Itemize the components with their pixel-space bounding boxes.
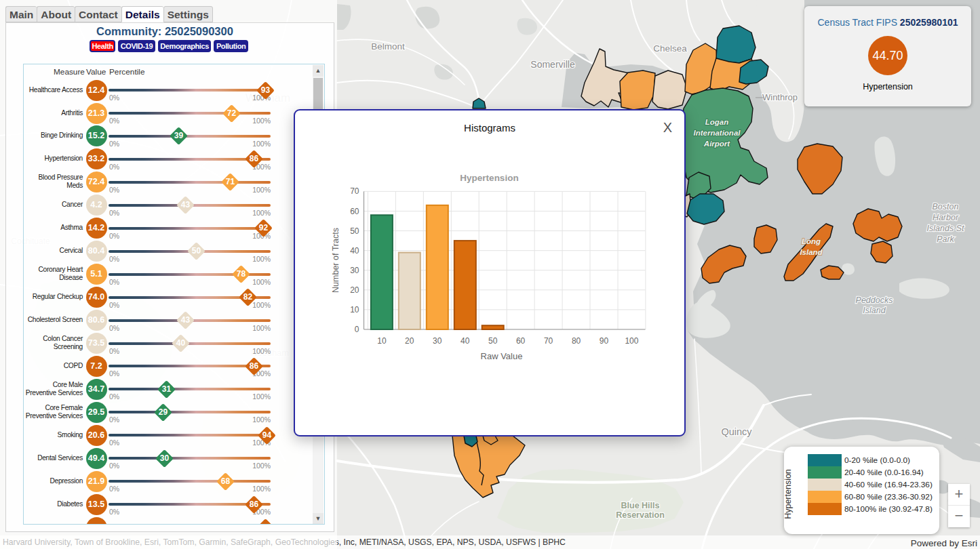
svg-text:Airport: Airport [703, 140, 731, 148]
svg-text:20: 20 [405, 336, 414, 346]
svg-text:40: 40 [460, 336, 470, 346]
svg-text:40: 40 [350, 246, 359, 256]
svg-text:Island: Island [800, 248, 823, 256]
svg-text:Somerville: Somerville [530, 59, 575, 70]
svg-text:90: 90 [600, 336, 609, 346]
svg-text:80: 80 [572, 336, 581, 346]
svg-text:60: 60 [516, 336, 526, 346]
svg-text:30: 30 [350, 266, 359, 275]
svg-text:Peddocks: Peddocks [856, 296, 893, 305]
svg-text:30: 30 [433, 336, 442, 346]
svg-text:Number of Tracts: Number of Tracts [331, 228, 340, 293]
svg-text:10: 10 [350, 305, 359, 314]
svg-text:Belmont: Belmont [371, 41, 405, 52]
svg-text:50: 50 [350, 226, 359, 236]
svg-text:Park: Park [937, 235, 954, 244]
svg-text:Blue Hills: Blue Hills [621, 501, 660, 510]
svg-text:Harbor: Harbor [933, 213, 959, 222]
svg-text:Hypertension: Hypertension [460, 173, 518, 183]
svg-text:Reservation: Reservation [616, 510, 665, 520]
svg-text:70: 70 [544, 336, 553, 346]
svg-text:Island: Island [863, 306, 886, 315]
svg-text:20: 20 [350, 285, 359, 295]
svg-text:Logan: Logan [705, 118, 729, 126]
svg-text:Quincy: Quincy [721, 426, 752, 437]
svg-text:Islands St: Islands St [927, 224, 964, 233]
svg-text:70: 70 [350, 186, 359, 196]
svg-text:Winthrop: Winthrop [762, 92, 798, 102]
svg-text:100: 100 [625, 336, 638, 346]
svg-text:Boston: Boston [933, 202, 959, 211]
svg-text:Chelsea: Chelsea [653, 43, 687, 54]
svg-text:60: 60 [350, 207, 359, 216]
svg-text:10: 10 [377, 336, 387, 346]
svg-text:International: International [693, 129, 741, 137]
svg-text:50: 50 [488, 336, 498, 346]
svg-text:Raw Value: Raw Value [481, 351, 523, 361]
svg-text:Long: Long [802, 237, 821, 245]
svg-text:0: 0 [355, 325, 359, 334]
